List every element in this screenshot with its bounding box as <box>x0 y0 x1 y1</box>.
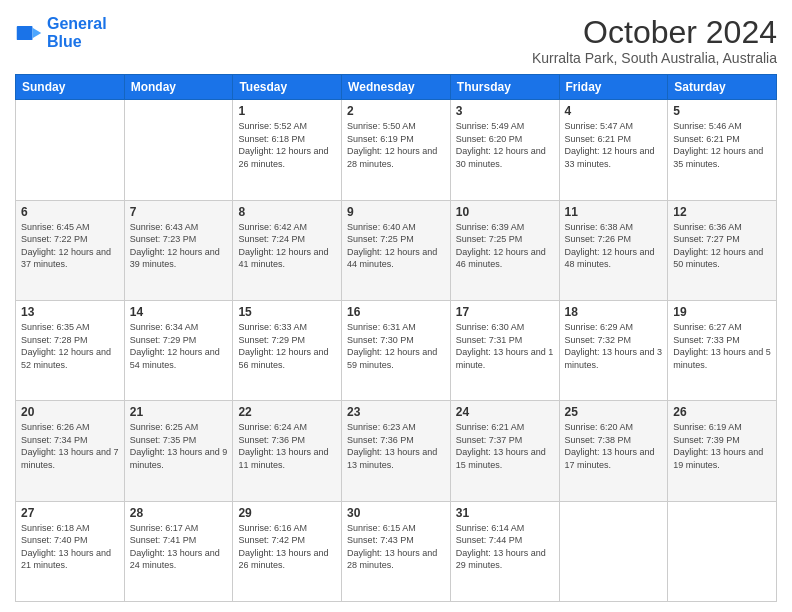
day-number: 4 <box>565 104 663 118</box>
day-number: 16 <box>347 305 445 319</box>
day-number: 30 <box>347 506 445 520</box>
sunset-text: Sunset: 6:18 PM <box>238 133 336 146</box>
day-info: Sunrise: 6:25 AMSunset: 7:35 PMDaylight:… <box>130 421 228 471</box>
week-row-4: 27Sunrise: 6:18 AMSunset: 7:40 PMDayligh… <box>16 501 777 601</box>
sunset-text: Sunset: 7:24 PM <box>238 233 336 246</box>
day-info: Sunrise: 6:30 AMSunset: 7:31 PMDaylight:… <box>456 321 554 371</box>
cell-3-2: 22Sunrise: 6:24 AMSunset: 7:36 PMDayligh… <box>233 401 342 501</box>
page: General Blue October 2024 Kurralta Park,… <box>0 0 792 612</box>
logo-line1: General <box>47 15 107 32</box>
sunrise-text: Sunrise: 6:38 AM <box>565 221 663 234</box>
daylight-text: Daylight: 13 hours and 3 minutes. <box>565 346 663 371</box>
day-info: Sunrise: 6:20 AMSunset: 7:38 PMDaylight:… <box>565 421 663 471</box>
sunset-text: Sunset: 7:33 PM <box>673 334 771 347</box>
sunset-text: Sunset: 7:32 PM <box>565 334 663 347</box>
sunrise-text: Sunrise: 6:30 AM <box>456 321 554 334</box>
sunrise-text: Sunrise: 6:18 AM <box>21 522 119 535</box>
cell-1-0: 6Sunrise: 6:45 AMSunset: 7:22 PMDaylight… <box>16 200 125 300</box>
cell-0-5: 4Sunrise: 5:47 AMSunset: 6:21 PMDaylight… <box>559 100 668 200</box>
daylight-text: Daylight: 12 hours and 48 minutes. <box>565 246 663 271</box>
cell-4-1: 28Sunrise: 6:17 AMSunset: 7:41 PMDayligh… <box>124 501 233 601</box>
sunrise-text: Sunrise: 5:52 AM <box>238 120 336 133</box>
daylight-text: Daylight: 12 hours and 30 minutes. <box>456 145 554 170</box>
sunrise-text: Sunrise: 6:42 AM <box>238 221 336 234</box>
day-info: Sunrise: 6:29 AMSunset: 7:32 PMDaylight:… <box>565 321 663 371</box>
sunrise-text: Sunrise: 6:31 AM <box>347 321 445 334</box>
logo-line2: Blue <box>47 33 82 50</box>
day-number: 2 <box>347 104 445 118</box>
day-info: Sunrise: 6:21 AMSunset: 7:37 PMDaylight:… <box>456 421 554 471</box>
sunset-text: Sunset: 7:31 PM <box>456 334 554 347</box>
sunrise-text: Sunrise: 6:26 AM <box>21 421 119 434</box>
daylight-text: Daylight: 13 hours and 24 minutes. <box>130 547 228 572</box>
cell-4-5 <box>559 501 668 601</box>
day-info: Sunrise: 6:40 AMSunset: 7:25 PMDaylight:… <box>347 221 445 271</box>
cell-1-5: 11Sunrise: 6:38 AMSunset: 7:26 PMDayligh… <box>559 200 668 300</box>
th-friday: Friday <box>559 75 668 100</box>
sunrise-text: Sunrise: 6:23 AM <box>347 421 445 434</box>
cell-3-4: 24Sunrise: 6:21 AMSunset: 7:37 PMDayligh… <box>450 401 559 501</box>
daylight-text: Daylight: 12 hours and 39 minutes. <box>130 246 228 271</box>
day-info: Sunrise: 5:49 AMSunset: 6:20 PMDaylight:… <box>456 120 554 170</box>
cell-0-6: 5Sunrise: 5:46 AMSunset: 6:21 PMDaylight… <box>668 100 777 200</box>
day-info: Sunrise: 6:19 AMSunset: 7:39 PMDaylight:… <box>673 421 771 471</box>
day-number: 20 <box>21 405 119 419</box>
day-info: Sunrise: 6:24 AMSunset: 7:36 PMDaylight:… <box>238 421 336 471</box>
day-number: 24 <box>456 405 554 419</box>
sunrise-text: Sunrise: 6:25 AM <box>130 421 228 434</box>
sunrise-text: Sunrise: 5:49 AM <box>456 120 554 133</box>
sunrise-text: Sunrise: 6:35 AM <box>21 321 119 334</box>
cell-4-0: 27Sunrise: 6:18 AMSunset: 7:40 PMDayligh… <box>16 501 125 601</box>
sunrise-text: Sunrise: 6:15 AM <box>347 522 445 535</box>
sunset-text: Sunset: 7:38 PM <box>565 434 663 447</box>
daylight-text: Daylight: 13 hours and 1 minute. <box>456 346 554 371</box>
sunrise-text: Sunrise: 6:34 AM <box>130 321 228 334</box>
sunset-text: Sunset: 7:34 PM <box>21 434 119 447</box>
daylight-text: Daylight: 12 hours and 59 minutes. <box>347 346 445 371</box>
th-wednesday: Wednesday <box>342 75 451 100</box>
day-number: 3 <box>456 104 554 118</box>
sunset-text: Sunset: 7:29 PM <box>238 334 336 347</box>
sunset-text: Sunset: 7:23 PM <box>130 233 228 246</box>
cell-0-2: 1Sunrise: 5:52 AMSunset: 6:18 PMDaylight… <box>233 100 342 200</box>
week-row-0: 1Sunrise: 5:52 AMSunset: 6:18 PMDaylight… <box>16 100 777 200</box>
day-info: Sunrise: 6:26 AMSunset: 7:34 PMDaylight:… <box>21 421 119 471</box>
logo-icon <box>15 19 43 47</box>
th-saturday: Saturday <box>668 75 777 100</box>
daylight-text: Daylight: 13 hours and 7 minutes. <box>21 446 119 471</box>
sunset-text: Sunset: 7:25 PM <box>456 233 554 246</box>
day-number: 5 <box>673 104 771 118</box>
day-info: Sunrise: 6:27 AMSunset: 7:33 PMDaylight:… <box>673 321 771 371</box>
sunset-text: Sunset: 7:28 PM <box>21 334 119 347</box>
sunset-text: Sunset: 7:35 PM <box>130 434 228 447</box>
daylight-text: Daylight: 12 hours and 41 minutes. <box>238 246 336 271</box>
cell-1-6: 12Sunrise: 6:36 AMSunset: 7:27 PMDayligh… <box>668 200 777 300</box>
sunset-text: Sunset: 6:19 PM <box>347 133 445 146</box>
sunrise-text: Sunrise: 6:29 AM <box>565 321 663 334</box>
sunset-text: Sunset: 7:29 PM <box>130 334 228 347</box>
sunrise-text: Sunrise: 6:17 AM <box>130 522 228 535</box>
daylight-text: Daylight: 12 hours and 35 minutes. <box>673 145 771 170</box>
week-row-1: 6Sunrise: 6:45 AMSunset: 7:22 PMDaylight… <box>16 200 777 300</box>
day-number: 13 <box>21 305 119 319</box>
sunrise-text: Sunrise: 6:16 AM <box>238 522 336 535</box>
daylight-text: Daylight: 13 hours and 21 minutes. <box>21 547 119 572</box>
sunset-text: Sunset: 7:36 PM <box>238 434 336 447</box>
sunrise-text: Sunrise: 6:14 AM <box>456 522 554 535</box>
cell-1-1: 7Sunrise: 6:43 AMSunset: 7:23 PMDaylight… <box>124 200 233 300</box>
day-number: 11 <box>565 205 663 219</box>
daylight-text: Daylight: 13 hours and 13 minutes. <box>347 446 445 471</box>
sunset-text: Sunset: 7:37 PM <box>456 434 554 447</box>
cell-0-4: 3Sunrise: 5:49 AMSunset: 6:20 PMDaylight… <box>450 100 559 200</box>
sunset-text: Sunset: 7:44 PM <box>456 534 554 547</box>
svg-rect-0 <box>17 26 33 40</box>
cell-2-0: 13Sunrise: 6:35 AMSunset: 7:28 PMDayligh… <box>16 300 125 400</box>
cell-0-0 <box>16 100 125 200</box>
day-info: Sunrise: 6:18 AMSunset: 7:40 PMDaylight:… <box>21 522 119 572</box>
day-info: Sunrise: 6:35 AMSunset: 7:28 PMDaylight:… <box>21 321 119 371</box>
daylight-text: Daylight: 12 hours and 26 minutes. <box>238 145 336 170</box>
logo: General Blue <box>15 15 107 50</box>
day-number: 6 <box>21 205 119 219</box>
sunrise-text: Sunrise: 5:47 AM <box>565 120 663 133</box>
day-info: Sunrise: 6:31 AMSunset: 7:30 PMDaylight:… <box>347 321 445 371</box>
